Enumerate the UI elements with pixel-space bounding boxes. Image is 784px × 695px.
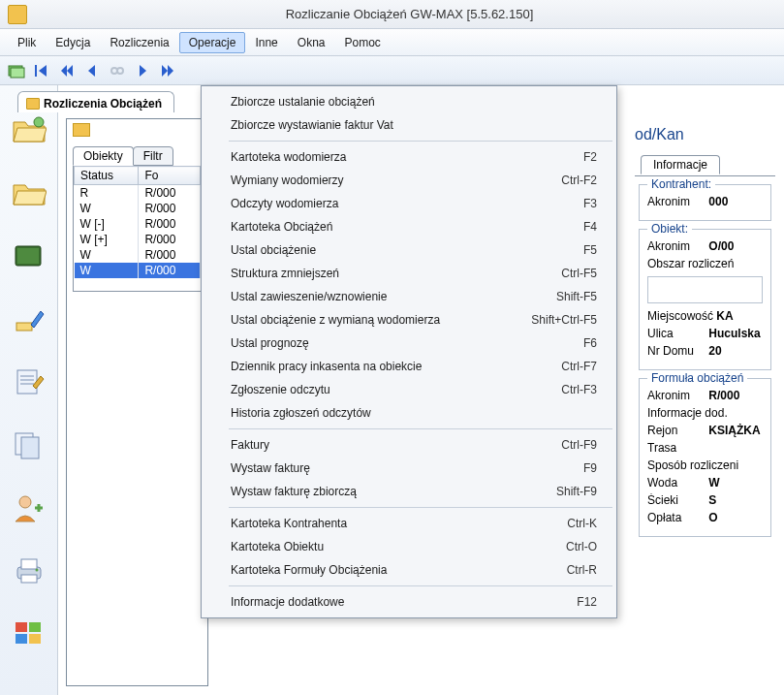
nav-prev-icon[interactable]	[81, 60, 103, 81]
menu-operacje[interactable]: Operacje	[179, 32, 246, 53]
table-row[interactable]: WR/000	[75, 247, 201, 263]
menu-inne[interactable]: Inne	[245, 32, 287, 53]
menu-edycja[interactable]: Edycja	[46, 32, 100, 53]
menu-item[interactable]: Kartoteka ObiektuCtrl-O	[204, 535, 614, 558]
obiekt-akronim-label: Akronim	[647, 239, 706, 253]
sidebar-user-icon[interactable]	[12, 492, 47, 526]
menu-item[interactable]: Kartoteka wodomierzaF2	[204, 145, 614, 169]
formula-akronim-label: Akronim	[647, 389, 706, 402]
app-icon	[8, 5, 27, 24]
svg-point-5	[34, 117, 44, 127]
svg-point-4	[117, 68, 123, 74]
menu-item[interactable]: Odczyty wodomierzaF3	[204, 192, 614, 215]
menu-item[interactable]: Historia zgłoszeń odczytów	[204, 401, 614, 425]
menu-item-label: Faktury	[231, 438, 561, 452]
sidebar-brush-icon[interactable]	[12, 303, 47, 337]
menu-item-label: Wymiany wodomierzy	[231, 174, 561, 187]
nav-prev-page-icon[interactable]	[56, 60, 78, 81]
menu-item[interactable]: FakturyCtrl-F9	[204, 433, 614, 457]
obiekt-legend: Obiekt:	[647, 222, 692, 236]
svg-rect-7	[17, 248, 39, 264]
menu-item[interactable]: Ustal zawieszenie/wznowienieShift-F5	[204, 285, 614, 308]
window-title: Rozliczanie Obciążeń GW-MAX [5.5.62.150]	[35, 7, 784, 21]
toolbar	[0, 56, 784, 85]
menu-item-label: Kartoteka Kontrahenta	[231, 517, 567, 530]
menu-okna[interactable]: Okna	[288, 32, 335, 53]
sidebar-copy-icon[interactable]	[12, 429, 47, 463]
svg-rect-9	[17, 370, 37, 394]
nav-first-icon[interactable]	[31, 60, 52, 81]
titlebar: Rozliczanie Obciążeń GW-MAX [5.5.62.150]	[0, 0, 784, 29]
menu-item[interactable]: Zbiorcze ustalanie obciążeń	[204, 90, 614, 113]
toolbar-folders-icon[interactable]	[6, 60, 27, 81]
formula-scieki-label: Ścieki	[647, 493, 706, 507]
menu-item[interactable]: Kartoteka ObciążeńF4	[204, 215, 614, 238]
cell-status: W	[75, 247, 139, 263]
formula-info-label: Informacje dod.	[647, 406, 728, 420]
table-row[interactable]: W [+]R/000	[75, 232, 201, 247]
menu-item[interactable]: Ustal obciążenieF5	[204, 238, 614, 262]
cell-status: R	[75, 185, 139, 202]
table-row[interactable]: W [-]R/000	[75, 216, 201, 232]
menu-item[interactable]: Struktura zmniejszeńCtrl-F5	[204, 262, 614, 285]
grid-header-fo[interactable]: Fo	[139, 167, 201, 185]
menu-plik[interactable]: Plik	[8, 32, 46, 53]
table-row[interactable]: RR/000	[75, 185, 201, 202]
cell-fo: R/000	[139, 232, 201, 247]
menu-item[interactable]: Wystaw fakturęF9	[204, 457, 614, 480]
sidebar-folder-open-icon[interactable]	[12, 114, 47, 148]
sidebar-folder-icon[interactable]	[12, 177, 47, 211]
obiekt-akronim-value: O/00	[708, 239, 734, 253]
menu-pomoc[interactable]: Pomoc	[334, 32, 390, 53]
menu-item[interactable]: Ustal obciążenie z wymianą wodomierzaShi…	[204, 308, 614, 332]
grid-header-status[interactable]: Status	[75, 167, 139, 185]
menu-item-label: Kartoteka Formuły Obciążenia	[231, 563, 567, 577]
object-grid[interactable]: Status Fo RR/000WR/000W [-]R/000W [+]R/0…	[73, 166, 202, 292]
menu-item[interactable]: Informacje dodatkoweF12	[204, 590, 614, 614]
svg-rect-2	[35, 65, 37, 77]
svg-point-19	[35, 569, 38, 572]
menu-item-shortcut: Ctrl-F2	[561, 174, 597, 187]
nav-next-icon[interactable]	[132, 60, 153, 81]
formula-legend: Formuła obciążeń	[647, 371, 747, 385]
menu-separator	[229, 141, 612, 142]
nav-next-page-icon[interactable]	[157, 60, 178, 81]
tab-informacje[interactable]: Informacje	[641, 155, 720, 174]
formula-sposob-label: Sposób rozliczeni	[647, 458, 738, 472]
menu-separator	[229, 507, 612, 508]
tab-informacje-label: Informacje	[653, 158, 707, 172]
menu-rozliczenia[interactable]: Rozliczenia	[100, 32, 178, 53]
menu-item[interactable]: Zgłoszenie odczytuCtrl-F3	[204, 378, 614, 401]
tab-obiekty[interactable]: Obiekty	[73, 146, 134, 166]
menu-item[interactable]: Zbiorcze wystawianie faktur Vat	[204, 113, 614, 137]
obiekt-obszar-input[interactable]	[647, 276, 763, 303]
menu-item-shortcut: Ctrl-K	[567, 517, 597, 530]
obiekt-miejscowosc-value: KA	[716, 309, 733, 323]
menu-item-label: Ustal obciążenie	[231, 243, 583, 257]
formula-rejon-label: Rejon	[647, 424, 706, 437]
nav-link-icon[interactable]	[107, 60, 128, 81]
menu-item[interactable]: Wymiany wodomierzyCtrl-F2	[204, 169, 614, 192]
formula-akronim-value: R/000	[708, 389, 739, 402]
table-row[interactable]: WR/000	[75, 263, 201, 278]
menu-item[interactable]: Kartoteka Formuły ObciążeniaCtrl-R	[204, 558, 614, 582]
menu-item[interactable]: Dziennik pracy inkasenta na obiekcieCtrl…	[204, 355, 614, 378]
table-row[interactable]: WR/000	[75, 201, 201, 216]
sidebar-print-icon[interactable]	[12, 555, 47, 589]
menu-item-label: Kartoteka Obiektu	[231, 540, 566, 553]
menu-item-shortcut: Shift-F5	[556, 290, 597, 303]
sidebar-book-icon[interactable]	[12, 240, 47, 274]
document-tab[interactable]: Rozliczenia Obciążeń	[17, 91, 174, 112]
menu-item-shortcut: F5	[583, 243, 597, 257]
formula-rejon-value: KSIĄŻKA	[708, 424, 760, 437]
menu-item[interactable]: Kartoteka KontrahentaCtrl-K	[204, 512, 614, 535]
cell-fo: R/000	[139, 247, 201, 263]
sidebar-note-edit-icon[interactable]	[12, 366, 47, 400]
cell-status: W	[75, 263, 139, 278]
sidebar-windows-icon[interactable]	[12, 618, 47, 652]
tab-filtr[interactable]: Filtr	[133, 146, 173, 166]
menu-item[interactable]: Wystaw fakturę zbiorcząShift-F9	[204, 480, 614, 503]
menu-item-label: Ustal prognozę	[231, 336, 583, 350]
menu-item[interactable]: Ustal prognozęF6	[204, 332, 614, 355]
detail-header: od/Kan	[635, 118, 775, 155]
